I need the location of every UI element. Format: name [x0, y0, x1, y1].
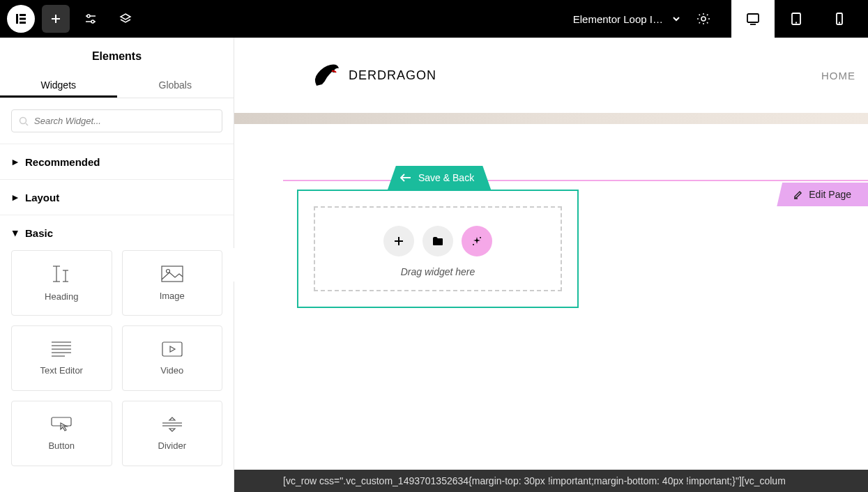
widget-button[interactable]: Button: [11, 401, 112, 466]
svg-rect-12: [747, 14, 759, 22]
structure-button[interactable]: [112, 5, 139, 33]
dragon-logo-icon: [310, 58, 344, 93]
edit-page-label: Edit Page: [809, 189, 851, 200]
svg-rect-0: [16, 14, 18, 24]
svg-marker-39: [169, 429, 175, 431]
plus-icon: [393, 236, 404, 247]
widget-label: Button: [48, 440, 75, 451]
drop-zone[interactable]: Drag widget here: [314, 206, 562, 291]
chevron-right-icon: ▸: [13, 191, 20, 203]
svg-marker-36: [169, 417, 175, 420]
footer-shortcode: [vc_row css=".vc_custom_1493701352634{ma…: [234, 470, 868, 492]
widget-label: Image: [160, 291, 185, 301]
ai-button[interactable]: [462, 226, 492, 256]
add-element-button[interactable]: [42, 5, 70, 33]
save-back-button[interactable]: Save & Back: [388, 166, 491, 190]
widget-label: Divider: [158, 440, 186, 451]
widget-label: Video: [160, 365, 183, 376]
elements-panel: Elements Widgets Globals ▸ Recommended ▸…: [0, 38, 234, 492]
device-mobile-tab[interactable]: [818, 0, 861, 38]
page-settings-button[interactable]: [690, 5, 717, 33]
widget-heading[interactable]: Heading: [11, 250, 112, 316]
svg-rect-35: [52, 417, 71, 426]
svg-rect-1: [20, 14, 26, 16]
search-input[interactable]: [34, 116, 215, 126]
svg-point-18: [20, 117, 26, 123]
svg-rect-33: [162, 342, 182, 356]
brand-text: DERDRAGON: [349, 68, 436, 83]
widget-label: Text Editor: [40, 365, 83, 376]
tablet-icon: [789, 11, 804, 26]
loop-item-container[interactable]: Drag widget here: [297, 190, 579, 308]
drop-text: Drag widget here: [401, 266, 475, 277]
section-label: Recommended: [25, 156, 100, 168]
svg-marker-10: [121, 14, 130, 20]
folder-icon: [432, 236, 443, 246]
svg-rect-3: [20, 22, 26, 24]
image-icon: [161, 266, 183, 282]
template-library-button[interactable]: [422, 226, 453, 256]
section-label: Layout: [25, 192, 59, 203]
edit-page-button[interactable]: Edit Page: [777, 183, 868, 206]
svg-point-11: [701, 17, 706, 21]
section-basic[interactable]: ▾ Basic: [0, 215, 234, 250]
arrow-left-icon: [400, 174, 411, 182]
sliders-icon: [84, 13, 97, 25]
hero-image-strip: [234, 113, 868, 124]
canvas: DERDRAGON HOME Save & Back Edit Page: [234, 38, 868, 492]
topbar: Elementor Loop I…: [0, 0, 868, 38]
mobile-icon: [832, 11, 847, 26]
svg-point-9: [91, 20, 94, 23]
document-title-text: Elementor Loop I…: [573, 13, 663, 25]
device-tablet-tab[interactable]: [775, 0, 818, 38]
widget-video[interactable]: Video: [122, 325, 223, 391]
svg-point-7: [87, 15, 90, 17]
section-label: Basic: [25, 227, 53, 239]
section-ruler: [283, 180, 868, 181]
elementor-logo-button[interactable]: [7, 5, 35, 33]
widget-label: Heading: [45, 291, 78, 302]
nav-home-link[interactable]: HOME: [821, 70, 855, 82]
chevron-down-icon: ▾: [13, 226, 20, 239]
sparkle-icon: [471, 236, 482, 247]
widget-divider[interactable]: Divider: [122, 401, 223, 466]
video-icon: [162, 341, 183, 357]
svg-point-45: [473, 244, 474, 245]
device-desktop-tab[interactable]: [731, 0, 775, 38]
add-widget-button[interactable]: [383, 226, 414, 256]
widget-text-editor[interactable]: Text Editor: [11, 325, 112, 391]
site-header: DERDRAGON HOME: [234, 38, 868, 113]
elementor-logo-icon: [15, 13, 27, 25]
search-box[interactable]: [11, 109, 222, 132]
svg-point-44: [480, 237, 481, 238]
button-icon: [51, 417, 72, 432]
save-back-label: Save & Back: [418, 172, 474, 183]
section-layout[interactable]: ▸ Layout: [0, 180, 234, 215]
gear-icon: [696, 12, 710, 26]
layers-icon: [119, 13, 132, 25]
section-recommended[interactable]: ▸ Recommended: [0, 144, 234, 179]
chevron-right-icon: ▸: [13, 155, 20, 168]
pencil-icon: [793, 190, 803, 199]
tab-globals[interactable]: Globals: [117, 72, 234, 98]
svg-rect-2: [20, 18, 26, 20]
divider-icon: [162, 417, 183, 432]
tab-widgets[interactable]: Widgets: [0, 72, 117, 98]
panel-title: Elements: [0, 38, 234, 72]
search-icon: [19, 116, 29, 126]
desktop-icon: [745, 11, 761, 26]
chevron-down-icon: [671, 14, 681, 24]
heading-icon: [50, 265, 73, 283]
plus-icon: [50, 13, 62, 25]
widget-image[interactable]: Image: [122, 250, 223, 316]
svg-marker-34: [170, 346, 175, 352]
svg-line-19: [26, 123, 28, 125]
text-editor-icon: [51, 341, 72, 357]
document-title[interactable]: Elementor Loop I…: [573, 13, 681, 25]
settings-button[interactable]: [77, 5, 105, 33]
site-brand[interactable]: DERDRAGON: [310, 58, 436, 93]
